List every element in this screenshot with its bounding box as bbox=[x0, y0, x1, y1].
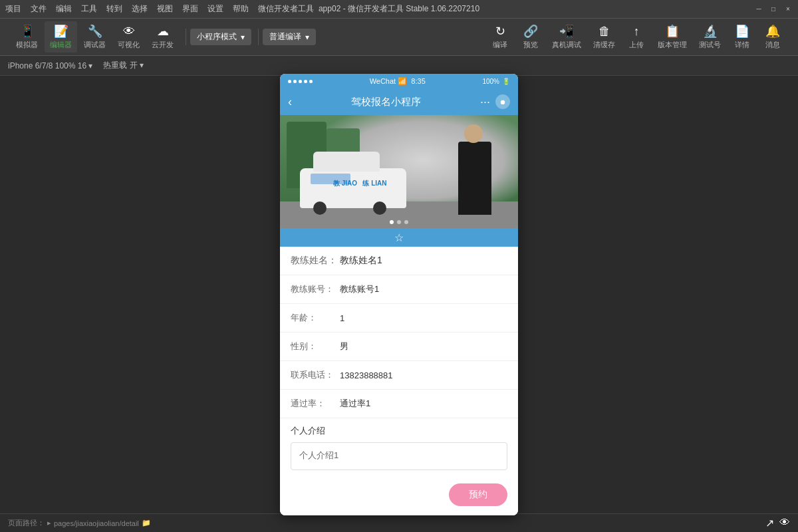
nav-record-button[interactable]: ⏺ bbox=[495, 94, 510, 109]
coach-image-area: 教 JIAO 练 LIAN bbox=[280, 115, 518, 228]
favorite-star-icon[interactable]: ☆ bbox=[394, 231, 404, 244]
compile-icon: ↻ bbox=[495, 24, 505, 39]
menu-goto[interactable]: 转到 bbox=[106, 3, 122, 15]
close-button[interactable]: × bbox=[783, 5, 793, 14]
menu-edit[interactable]: 编辑 bbox=[56, 3, 72, 15]
menu-file[interactable]: 文件 bbox=[31, 3, 47, 15]
upload-button[interactable]: ↑ 上传 bbox=[622, 22, 651, 53]
status-right: 100% 🔋 bbox=[482, 78, 510, 85]
menu-settings[interactable]: 设置 bbox=[207, 3, 223, 15]
detail-button[interactable]: 📄 详情 bbox=[728, 21, 757, 53]
hot-reload-toggle[interactable]: 热重载 开 ▾ bbox=[103, 60, 144, 71]
menu-bar[interactable]: 项目 文件 编辑 工具 转到 选择 视图 界面 设置 帮助 微信开发者工具 bbox=[5, 3, 314, 15]
coach-passrate-row: 通过率： 通过率1 bbox=[280, 390, 518, 418]
menu-tool[interactable]: 工具 bbox=[81, 3, 97, 15]
bio-section: 个人介绍 个人介绍1 bbox=[280, 418, 518, 477]
star-bar[interactable]: ☆ bbox=[280, 228, 518, 247]
coach-phone-label: 联系电话： bbox=[291, 369, 337, 381]
menu-select[interactable]: 选择 bbox=[132, 3, 148, 15]
main-toolbar: 📱 模拟器 📝 编辑器 🔧 调试器 👁 可视化 ☁ 云开发 小程序模式 ▾ 普通… bbox=[0, 19, 798, 56]
page-folder-icon[interactable]: 📁 bbox=[142, 519, 151, 527]
coach-name-value: 教练姓名1 bbox=[340, 255, 382, 267]
nav-menu-dots[interactable]: ··· bbox=[480, 95, 490, 109]
coach-phone-row: 联系电话： 13823888881 bbox=[280, 361, 518, 390]
compile-group: 普通编译 ▾ bbox=[258, 29, 320, 45]
person-body bbox=[458, 142, 491, 215]
wechat-nav-bar: ‹ 驾校报名小程序 ··· ⏺ bbox=[280, 88, 518, 115]
minimize-button[interactable]: ─ bbox=[754, 5, 763, 14]
notification-button[interactable]: 🔔 消息 bbox=[758, 21, 787, 53]
simulator-button[interactable]: 📱 模拟器 bbox=[11, 21, 43, 53]
notification-icon: 🔔 bbox=[765, 24, 780, 39]
bio-section-title: 个人介绍 bbox=[291, 425, 507, 437]
version-button[interactable]: 📋 版本管理 bbox=[652, 21, 692, 53]
maximize-button[interactable]: □ bbox=[769, 5, 778, 14]
coach-passrate-value: 通过率1 bbox=[340, 398, 370, 410]
detail-icon: 📄 bbox=[735, 24, 749, 39]
window-controls[interactable]: ─ □ × bbox=[754, 5, 793, 14]
preview-icon: 🔗 bbox=[523, 24, 538, 39]
signal-dot-5 bbox=[309, 80, 313, 83]
upload-icon: ↑ bbox=[634, 25, 640, 39]
cloud-button[interactable]: ☁ 云开发 bbox=[146, 21, 179, 53]
preview-button[interactable]: 🔗 预览 bbox=[516, 21, 545, 53]
mode-selector[interactable]: 小程序模式 ▾ bbox=[190, 29, 251, 45]
compile-label: 普通编译 bbox=[269, 31, 301, 43]
menu-view[interactable]: 视图 bbox=[157, 3, 173, 15]
reserve-section: 预约 bbox=[280, 477, 518, 515]
coach-age-label: 年龄： bbox=[291, 312, 337, 324]
menu-help[interactable]: 帮助 bbox=[233, 3, 249, 15]
editor-icon: 📝 bbox=[54, 24, 68, 39]
bottom-eye-icon[interactable]: 👁 bbox=[779, 517, 790, 529]
battery-level: 100% bbox=[482, 78, 499, 85]
coach-gender-value: 男 bbox=[340, 340, 348, 352]
menu-project[interactable]: 项目 bbox=[5, 3, 21, 15]
clear-cache-button[interactable]: 🗑 清缓存 bbox=[588, 22, 620, 53]
status-time: 8:35 bbox=[411, 77, 425, 85]
reserve-button[interactable]: 预约 bbox=[449, 483, 507, 506]
action-buttons-group: ↻ 编译 🔗 预览 📲 真机调试 🗑 清缓存 ↑ 上传 📋 版本管理 bbox=[481, 21, 791, 53]
page-path-separator: ▸ bbox=[47, 519, 51, 527]
toolbar-right: ↻ 编译 🔗 预览 📲 真机调试 🗑 清缓存 ↑ 上传 📋 版本管理 bbox=[481, 21, 791, 53]
coach-age-row: 年龄： 1 bbox=[280, 304, 518, 332]
editor-button[interactable]: 📝 编辑器 bbox=[45, 21, 77, 53]
bottom-share-icon[interactable]: ↗ bbox=[765, 517, 774, 529]
test-button[interactable]: 🔬 测试号 bbox=[694, 21, 726, 53]
menu-wechat-tools[interactable]: 微信开发者工具 bbox=[258, 3, 314, 15]
visual-button[interactable]: 👁 可视化 bbox=[112, 22, 145, 53]
device-selector[interactable]: iPhone 6/7/8 100% 16 ▾ bbox=[8, 61, 92, 70]
mode-group: 小程序模式 ▾ bbox=[186, 29, 255, 45]
coach-name-label: 教练姓名： bbox=[291, 255, 337, 267]
signal-dot-2 bbox=[293, 80, 297, 83]
compile-selector[interactable]: 普通编译 ▾ bbox=[263, 29, 316, 45]
bottom-right-icons: ↗ 👁 bbox=[765, 517, 790, 529]
car-shape bbox=[300, 168, 406, 208]
coach-image-bg: 教 JIAO 练 LIAN bbox=[280, 115, 518, 228]
carousel-dot-2 bbox=[397, 220, 401, 224]
page-title: 驾校报名小程序 bbox=[292, 96, 480, 108]
window-title: app02 - 微信开发者工具 Stable 1.06.2207210 bbox=[319, 3, 479, 15]
clear-cache-icon: 🗑 bbox=[598, 25, 610, 39]
title-bar: 项目 文件 编辑 工具 转到 选择 视图 界面 设置 帮助 微信开发者工具 ap… bbox=[0, 0, 798, 19]
battery-icon: 🔋 bbox=[502, 78, 510, 85]
coach-account-label: 教练账号： bbox=[291, 283, 337, 295]
signal-dot-3 bbox=[299, 80, 302, 83]
page-path-label: 页面路径： bbox=[8, 518, 45, 528]
signal-dots bbox=[288, 80, 313, 83]
mode-label: 小程序模式 bbox=[197, 31, 237, 43]
compile-button[interactable]: ↻ 编译 bbox=[485, 21, 515, 53]
menu-interface[interactable]: 界面 bbox=[182, 3, 198, 15]
page-path-value: pages/jiaxiaojiaolian/detail bbox=[54, 519, 139, 527]
real-test-button[interactable]: 📲 真机调试 bbox=[547, 21, 587, 53]
bottom-status-bar: 页面路径： ▸ pages/jiaxiaojiaolian/detail 📁 ↗… bbox=[0, 513, 798, 532]
compile-dropdown-icon: ▾ bbox=[305, 33, 309, 42]
person-head bbox=[464, 124, 483, 143]
debugger-icon: 🔧 bbox=[88, 24, 102, 39]
view-buttons-group: 📱 模拟器 📝 编辑器 🔧 调试器 👁 可视化 ☁ 云开发 bbox=[7, 21, 183, 53]
status-app-name: WeChat 📶 8:35 bbox=[370, 77, 426, 86]
car-logo-text: 教 JIAO 练 LIAN bbox=[333, 179, 387, 188]
nav-actions: ··· ⏺ bbox=[480, 94, 510, 109]
test-icon: 🔬 bbox=[703, 24, 718, 39]
debugger-button[interactable]: 🔧 调试器 bbox=[78, 21, 111, 53]
version-icon: 📋 bbox=[665, 24, 680, 39]
